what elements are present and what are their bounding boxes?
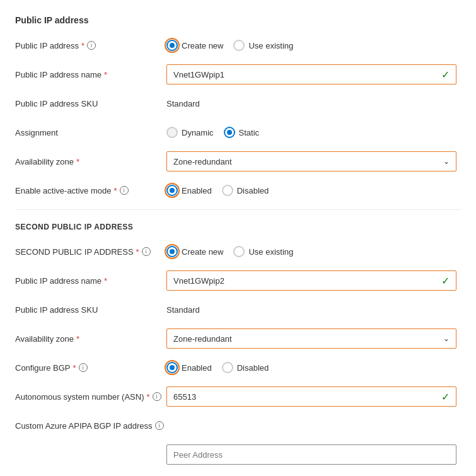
second-ip-name-input[interactable]: Vnet1GWpip2 ✓ — [166, 270, 456, 291]
asn-checkmark-icon: ✓ — [441, 391, 450, 403]
public-ip-sku-label: Public IP address SKU — [15, 99, 166, 108]
second-ip-name-value: Vnet1GWpip2 — [173, 276, 224, 286]
second-ip-sku-row: Public IP address SKU Standard — [15, 299, 461, 320]
bgp-enabled-radio[interactable] — [166, 362, 178, 373]
second-public-ip-control: Create new Use existing — [166, 246, 461, 257]
required-star2: * — [104, 70, 107, 79]
custom-bgp-row: Custom Azure APIPA BGP IP address i — [15, 415, 461, 436]
public-ip-radio-group: Create new Use existing — [166, 40, 461, 51]
required-star4: * — [113, 186, 117, 195]
enable-active-row: Enable active-active mode * i Enabled Di… — [15, 180, 461, 200]
second-avail-zone-row: Availability zone * Zone-redundant ⌄ — [15, 328, 461, 349]
public-ip-sku-control: Standard — [166, 99, 461, 108]
availability-zone-control: Zone-redundant ⌄ — [166, 151, 461, 171]
peer-address-control — [166, 444, 461, 465]
section1-title: Public IP address — [15, 15, 461, 25]
availability-zone-label: Availability zone * — [15, 157, 166, 166]
public-ip-use-existing-option[interactable]: Use existing — [233, 40, 293, 51]
public-ip-create-new-radio[interactable] — [166, 40, 178, 51]
configure-bgp-label: Configure BGP * i — [15, 363, 166, 373]
active-enabled-label: Enabled — [182, 186, 212, 195]
dynamic-radio — [166, 127, 178, 138]
create-new-label: Create new — [182, 41, 223, 50]
second-ip-name-row: Public IP address name * Vnet1GWpip2 ✓ — [15, 270, 461, 291]
custom-bgp-info-icon[interactable]: i — [155, 421, 164, 430]
asn-row: Autonomous system number (ASN) * i 65513… — [15, 386, 461, 407]
second-custom-bgp-row: Second Custom Azure APIPA BGP IPaddress … — [15, 473, 461, 476]
required-star7: * — [76, 334, 79, 344]
peer-address-row — [15, 444, 461, 465]
required-star6: * — [104, 276, 107, 286]
peer-address-input[interactable] — [166, 444, 456, 465]
bgp-enabled-option[interactable]: Enabled — [166, 362, 212, 373]
bgp-enabled-label: Enabled — [182, 363, 212, 373]
bgp-info-icon[interactable]: i — [79, 363, 88, 372]
second-ip-sku-control: Standard — [166, 305, 461, 315]
second-create-new-label: Create new — [182, 247, 223, 257]
checkmark-icon2: ✓ — [441, 275, 450, 287]
public-ip-sku-value: Standard — [166, 99, 200, 108]
second-use-existing-option[interactable]: Use existing — [233, 246, 293, 257]
asn-value: 65513 — [173, 392, 196, 402]
public-ip-name-control: Vnet1GWpip1 ✓ — [166, 64, 461, 84]
second-create-new-option[interactable]: Create new — [166, 246, 223, 257]
static-option[interactable]: Static — [224, 127, 260, 138]
required-star8: * — [73, 363, 76, 373]
active-disabled-radio[interactable] — [222, 185, 233, 196]
configure-bgp-control: Enabled Disabled — [166, 362, 461, 373]
required-star3: * — [76, 157, 79, 166]
asn-label: Autonomous system number (ASN) * i — [15, 392, 166, 402]
required-star9: * — [146, 392, 149, 402]
availability-zone-row: Availability zone * Zone-redundant ⌄ — [15, 151, 461, 171]
enable-active-info-icon[interactable]: i — [120, 186, 129, 195]
second-ip-name-label: Public IP address name * — [15, 276, 166, 286]
configure-bgp-row: Configure BGP * i Enabled Disabled — [15, 357, 461, 378]
active-disabled-label: Disabled — [237, 186, 269, 195]
assignment-control: Dynamic Static — [166, 127, 461, 138]
public-ip-info-icon[interactable]: i — [87, 41, 96, 50]
availability-zone-dropdown[interactable]: Zone-redundant ⌄ — [166, 151, 456, 171]
required-star: * — [81, 41, 84, 50]
section2-title: SECOND PUBLIC IP ADDRESS — [15, 223, 461, 231]
enable-active-control: Enabled Disabled — [166, 185, 461, 196]
public-ip-use-existing-radio[interactable] — [233, 40, 245, 51]
static-radio[interactable] — [224, 127, 235, 138]
public-ip-name-label: Public IP address name * — [15, 70, 166, 79]
active-disabled-option[interactable]: Disabled — [222, 185, 269, 196]
second-custom-bgp-label: Second Custom Azure APIPA BGP IPaddress … — [15, 473, 166, 476]
public-ip-label: Public IP address * i — [15, 41, 166, 50]
active-enabled-radio[interactable] — [166, 185, 178, 196]
bgp-disabled-radio[interactable] — [222, 362, 233, 373]
asn-input[interactable]: 65513 ✓ — [166, 386, 456, 407]
second-avail-zone-dropdown[interactable]: Zone-redundant ⌄ — [166, 328, 456, 349]
public-ip-name-value: Vnet1GWpip1 — [173, 70, 224, 79]
second-use-existing-radio[interactable] — [233, 246, 245, 257]
second-avail-zone-label: Availability zone * — [15, 334, 166, 344]
second-avail-zone-control: Zone-redundant ⌄ — [166, 328, 461, 349]
second-ip-name-control: Vnet1GWpip2 ✓ — [166, 270, 461, 291]
dropdown-arrow-icon2: ⌄ — [443, 334, 450, 343]
availability-zone-value: Zone-redundant — [173, 157, 232, 166]
static-label: Static — [239, 128, 260, 137]
section-divider — [15, 209, 461, 210]
public-ip-row: Public IP address * i Create new Use exi… — [15, 35, 461, 55]
dynamic-option: Dynamic — [166, 127, 214, 138]
use-existing-label: Use existing — [248, 41, 293, 50]
second-public-ip-info-icon[interactable]: i — [142, 247, 151, 256]
second-ip-sku-value: Standard — [166, 305, 200, 315]
asn-info-icon[interactable]: i — [153, 392, 161, 401]
second-public-ip-label: SECOND PUBLIC IP ADDRESS * i — [15, 247, 166, 257]
custom-bgp-label: Custom Azure APIPA BGP IP address i — [15, 421, 166, 431]
dynamic-label: Dynamic — [182, 128, 214, 137]
public-ip-sku-row: Public IP address SKU Standard — [15, 93, 461, 113]
public-ip-name-input[interactable]: Vnet1GWpip1 ✓ — [166, 64, 456, 84]
checkmark-icon: ✓ — [441, 69, 450, 81]
active-enabled-option[interactable]: Enabled — [166, 185, 212, 196]
enable-active-label: Enable active-active mode * i — [15, 186, 166, 195]
public-ip-create-new-option[interactable]: Create new — [166, 40, 223, 51]
dropdown-arrow-icon: ⌄ — [443, 157, 450, 166]
asn-control: 65513 ✓ — [166, 386, 461, 407]
second-create-new-radio[interactable] — [166, 246, 178, 257]
assignment-row: Assignment Dynamic Static — [15, 122, 461, 142]
bgp-disabled-option[interactable]: Disabled — [222, 362, 269, 373]
